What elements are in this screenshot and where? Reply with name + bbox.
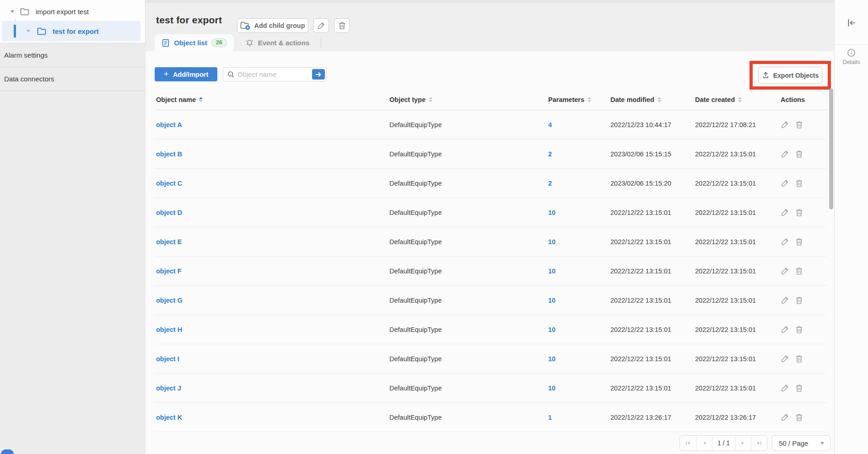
search-input[interactable] [235, 70, 312, 78]
delete-icon[interactable] [795, 326, 803, 334]
sort-icon[interactable] [588, 97, 591, 102]
column-header-object-name[interactable]: Object name [155, 96, 386, 103]
table-row: object GDefaultEquipType102022/12/22 13:… [155, 286, 827, 315]
caret-down-icon[interactable] [10, 10, 15, 13]
sidebar-item-alarm-settings[interactable]: Alarm settings [0, 43, 145, 67]
parameters-link[interactable]: 10 [548, 326, 555, 333]
parameters-link[interactable]: 2 [548, 180, 552, 187]
delete-icon[interactable] [795, 296, 803, 304]
object-name-link[interactable]: object I [156, 355, 179, 363]
date-created-cell: 2022/12/22 13:15:01 [695, 209, 780, 216]
pencil-icon [317, 21, 325, 30]
column-header-date-created[interactable]: Date created [695, 96, 780, 103]
delete-icon[interactable] [795, 238, 803, 246]
object-name-cell: object D [155, 209, 386, 216]
edit-icon[interactable] [781, 237, 789, 246]
parameters-link[interactable]: 10 [548, 267, 555, 275]
delete-icon[interactable] [795, 267, 803, 275]
parameters-link[interactable]: 10 [548, 385, 555, 392]
object-name-link[interactable]: object A [156, 121, 182, 128]
actions-cell [780, 354, 827, 363]
tree-item-test-for-export-selected[interactable]: test for export [2, 21, 140, 41]
floating-button-partial [1, 449, 14, 454]
add-child-group-button[interactable]: Add child group [237, 18, 308, 33]
object-name-link[interactable]: object K [156, 414, 182, 421]
search-submit-button[interactable] [312, 69, 325, 80]
plus-icon: + [164, 69, 169, 78]
next-page-button[interactable] [735, 436, 751, 450]
parameters-link[interactable]: 10 [548, 209, 555, 216]
object-name-link[interactable]: object B [156, 150, 182, 158]
add-import-button[interactable]: + Add/Import [155, 67, 217, 81]
parameters-link[interactable]: 1 [548, 414, 552, 421]
parameters-link[interactable]: 2 [548, 150, 552, 158]
object-name-link[interactable]: object E [156, 238, 182, 246]
vertical-scrollbar[interactable] [829, 88, 833, 209]
object-type-cell: DefaultEquipType [386, 150, 544, 158]
edit-icon[interactable] [781, 208, 789, 217]
delete-icon[interactable] [795, 384, 803, 392]
edit-icon[interactable] [781, 267, 789, 275]
delete-icon[interactable] [795, 150, 803, 158]
date-created-cell: 2022/12/22 17:08:21 [695, 121, 780, 128]
parameters-link[interactable]: 10 [548, 297, 555, 304]
last-page-button[interactable] [751, 436, 767, 450]
edit-icon[interactable] [781, 325, 789, 334]
object-name-link[interactable]: object F [156, 267, 182, 275]
date-modified-cell: 2023/02/06 15:15:20 [610, 180, 695, 187]
date-created-cell: 2022/12/22 13:15:01 [695, 385, 780, 392]
column-header-object-type[interactable]: Object type [386, 96, 544, 103]
caret-down-icon[interactable] [26, 29, 31, 33]
delete-icon[interactable] [795, 413, 803, 422]
sidebar-item-data-connectors[interactable]: Data connectors [0, 67, 145, 91]
collapse-panel-icon[interactable] [846, 17, 857, 28]
tree-item-import-export-test[interactable]: import export test [0, 3, 145, 20]
sort-icon[interactable] [429, 97, 432, 102]
tab-event-actions[interactable]: Event & actions [234, 34, 321, 51]
date-modified-cell: 2022/12/22 13:15:01 [610, 267, 695, 275]
delete-group-button[interactable] [334, 18, 350, 33]
actions-cell [780, 325, 827, 334]
object-name-link[interactable]: object H [156, 326, 182, 333]
details-panel-button[interactable]: Details [835, 48, 868, 65]
sort-icon[interactable] [658, 97, 661, 102]
delete-icon[interactable] [795, 179, 803, 187]
actions-cell [780, 296, 827, 304]
tab-object-list[interactable]: Object list 26 [155, 34, 234, 51]
object-name-link[interactable]: object J [156, 385, 181, 392]
object-name-link[interactable]: object G [156, 297, 183, 304]
sort-icon[interactable] [738, 97, 742, 102]
page-size-select[interactable]: 50 / Page [772, 435, 830, 451]
folder-plus-icon [240, 21, 250, 30]
parameters-link[interactable]: 4 [548, 121, 552, 128]
parameters-link[interactable]: 10 [548, 355, 555, 363]
object-search-box [223, 67, 327, 81]
object-name-link[interactable]: object C [156, 180, 182, 187]
delete-icon[interactable] [795, 208, 803, 217]
edit-icon[interactable] [781, 296, 789, 304]
column-header-parameters[interactable]: Parameters [544, 96, 610, 103]
selection-indicator-bar [14, 25, 16, 37]
edit-icon[interactable] [781, 120, 789, 129]
export-objects-button[interactable]: Export Objects [758, 67, 822, 84]
parameters-cell: 2 [544, 180, 610, 187]
edit-icon[interactable] [781, 413, 789, 422]
table-row: object FDefaultEquipType102022/12/22 13:… [155, 256, 827, 286]
object-type-cell: DefaultEquipType [386, 180, 544, 187]
object-table: Object nameObject typeParametersDate mod… [155, 89, 827, 432]
parameters-link[interactable]: 10 [548, 238, 555, 246]
sort-icon[interactable] [199, 97, 203, 102]
object-name-link[interactable]: object D [156, 209, 182, 216]
edit-icon[interactable] [781, 384, 789, 392]
edit-icon[interactable] [781, 179, 789, 187]
prev-page-button[interactable] [696, 436, 712, 450]
first-page-button[interactable] [680, 436, 696, 450]
bell-icon [245, 38, 254, 47]
delete-icon[interactable] [795, 355, 803, 363]
edit-group-button[interactable] [313, 18, 329, 33]
edit-icon[interactable] [781, 150, 789, 158]
column-header-date-modified[interactable]: Date modified [610, 96, 695, 103]
edit-icon[interactable] [781, 354, 789, 363]
delete-icon[interactable] [795, 121, 803, 129]
object-type-cell: DefaultEquipType [386, 121, 544, 128]
